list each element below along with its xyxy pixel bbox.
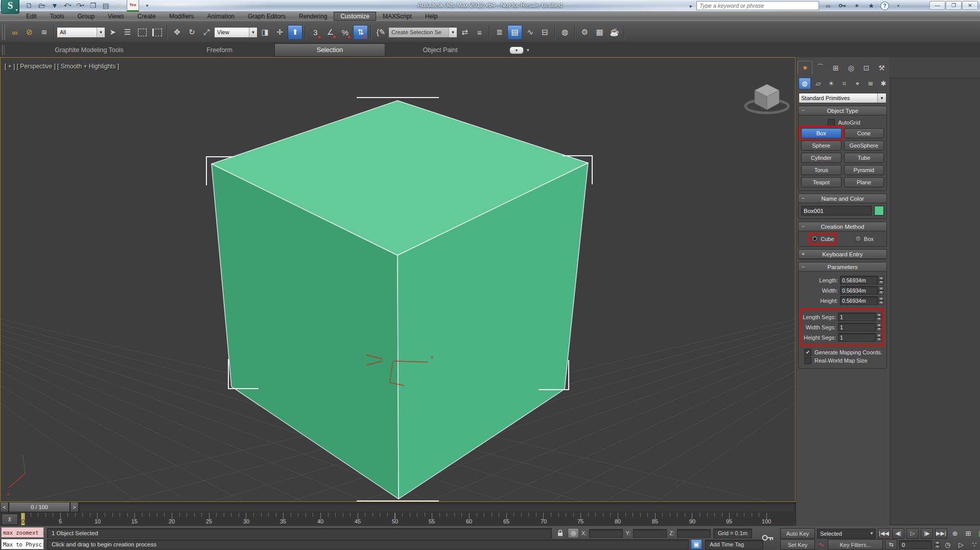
category-geometry-icon[interactable]: ◍ <box>799 78 811 89</box>
zoom-all-icon[interactable]: ⊞ <box>963 529 974 538</box>
tab-modify-icon[interactable]: ⌒ <box>813 61 828 75</box>
object-name-field[interactable]: Box001 <box>801 206 872 216</box>
spinner-down-icon[interactable]: ▼ <box>878 301 884 305</box>
ribbon-options-arrow-icon[interactable]: ▾ <box>527 47 529 53</box>
new-scene-icon[interactable]: 🗋 <box>25 1 34 10</box>
spinner-down-icon[interactable]: ▼ <box>878 291 884 295</box>
selection-filter-dropdown[interactable]: All ▼ <box>57 27 105 38</box>
spinner-up-icon[interactable]: ▲ <box>876 323 882 327</box>
select-and-link-icon[interactable]: ∞ <box>8 26 21 39</box>
menu-maxscript[interactable]: MAXScript <box>376 12 418 21</box>
maxscript-mini-listener[interactable]: max zoomext : Max to Physc: <box>1 527 44 550</box>
next-frame-button[interactable]: |▶ <box>921 528 933 539</box>
generate-mapping-checkbox[interactable]: ✔ <box>804 349 811 356</box>
z-coordinate-field[interactable] <box>677 529 711 538</box>
select-and-scale-icon[interactable]: ⤢ <box>200 26 214 39</box>
reference-coordinate-dropdown[interactable]: View ▼ <box>214 27 258 38</box>
menu-graph-editors[interactable]: Graph Editors <box>241 12 292 21</box>
select-by-name-icon[interactable]: ☰ <box>121 26 134 39</box>
render-setup-icon[interactable]: ⚙ <box>578 26 592 39</box>
spinner-down-icon[interactable]: ▼ <box>876 327 882 331</box>
real-world-checkbox[interactable] <box>804 357 811 364</box>
keyboard-shortcut-override-icon[interactable]: ⬆ <box>288 25 302 40</box>
time-configuration-icon[interactable]: ◷ <box>942 540 953 549</box>
rectangular-selection-region-icon[interactable] <box>135 26 149 39</box>
tab-selection[interactable]: Selection <box>274 43 385 57</box>
keyboard-entry-header[interactable]: + Keyboard Entry <box>799 250 886 259</box>
select-and-manipulate-icon[interactable]: ✛ <box>273 26 287 39</box>
window-crossing-icon[interactable] <box>150 26 164 39</box>
name-color-header[interactable]: − Name and Color <box>799 194 886 203</box>
help-icon[interactable]: ? <box>880 2 889 10</box>
clone-icon[interactable]: ❐ <box>88 1 98 10</box>
box-object[interactable] <box>212 101 588 499</box>
current-frame-field[interactable]: 0 <box>899 540 932 549</box>
previous-frame-arrow[interactable]: < <box>0 502 9 512</box>
menu-create[interactable]: Create <box>131 12 162 21</box>
menu-edit[interactable]: Edit <box>19 12 43 21</box>
next-frame-arrow[interactable]: > <box>70 502 79 512</box>
creation-method-header[interactable]: − Creation Method <box>799 222 886 231</box>
select-object-icon[interactable]: ➤ <box>106 26 120 39</box>
unlink-selection-icon[interactable]: ⊘ <box>22 26 36 39</box>
category-space-warps-icon[interactable]: ≋ <box>865 78 876 89</box>
spinner-up-icon[interactable]: ▲ <box>878 297 884 301</box>
frame-spinner[interactable]: ▲▼ <box>935 541 940 549</box>
isolate-selection-icon[interactable]: ▣ <box>691 539 702 549</box>
length-segs-spinner[interactable]: ▲▼ <box>876 313 882 321</box>
width-segs-field[interactable]: 1 <box>838 323 876 331</box>
zoom-icon[interactable]: ⊕ <box>949 529 961 538</box>
absolute-mode-icon[interactable]: ◎ <box>568 528 579 538</box>
favorites-star-icon[interactable]: ★ <box>866 1 876 10</box>
edit-named-selection-sets-icon[interactable]: {✎ <box>374 26 388 39</box>
render-production-icon[interactable]: ☕ <box>608 26 621 39</box>
x-coordinate-field[interactable] <box>589 529 623 538</box>
cube-radio[interactable]: Cube <box>811 235 834 242</box>
menu-group[interactable]: Group <box>71 12 101 21</box>
time-slider-track[interactable] <box>79 502 796 512</box>
object-type-header[interactable]: − Object Type <box>799 106 886 115</box>
height-segs-field[interactable]: 1 <box>838 333 876 342</box>
auto-key-button[interactable]: Auto Key <box>780 528 815 539</box>
box-button[interactable]: Box <box>801 128 842 138</box>
y-coordinate-field[interactable] <box>633 529 667 538</box>
communication-center-icon[interactable]: ✴ <box>852 1 862 10</box>
key-filters-button[interactable]: Key Filters... <box>828 539 883 550</box>
minimize-button[interactable]: — <box>929 1 945 10</box>
height-spinner[interactable]: ▲▼ <box>878 297 884 305</box>
time-slider-handle[interactable]: 0 / 100 <box>9 502 70 512</box>
go-to-start-button[interactable]: |◀◀ <box>878 528 890 539</box>
tube-button[interactable]: Tube <box>844 153 884 163</box>
sphere-button[interactable]: Sphere <box>801 140 842 151</box>
category-systems-icon[interactable]: ✱ <box>878 78 889 89</box>
autogrid-checkbox[interactable] <box>828 119 835 126</box>
tab-display-icon[interactable]: ⊡ <box>859 61 874 75</box>
torus-button[interactable]: Torus <box>801 165 842 175</box>
spinner-down-icon[interactable]: ▼ <box>878 280 884 284</box>
menu-modifiers[interactable]: Modifiers <box>162 12 201 21</box>
key-mode-dropdown[interactable]: Selected ▼ <box>817 529 876 539</box>
help-dropdown-arrow-icon[interactable]: ▾ <box>893 1 903 10</box>
tab-freeform[interactable]: Freeform <box>165 44 274 56</box>
spinner-up-icon[interactable]: ▲ <box>878 286 884 291</box>
listener-macro-line[interactable]: max zoomext : <box>1 527 44 538</box>
set-key-button[interactable]: Set Key <box>780 539 815 550</box>
default-tangents-icon[interactable]: ∿ <box>817 540 826 549</box>
spinner-up-icon[interactable]: ▲ <box>876 333 882 338</box>
tab-hierarchy-icon[interactable]: ⊞ <box>828 61 843 75</box>
spinner-up-icon[interactable]: ▲ <box>935 541 940 545</box>
qat-overflow-arrow-icon[interactable]: ▼ <box>143 1 152 10</box>
spinner-down-icon[interactable]: ▼ <box>876 338 882 342</box>
menu-tools[interactable]: Tools <box>43 12 71 21</box>
height-field[interactable]: 0.56934m <box>840 296 878 305</box>
snaps-toggle-3d-icon[interactable]: 3 <box>309 26 322 39</box>
mirror-icon[interactable]: ⇄ <box>458 26 472 39</box>
open-mini-curve-editor-button[interactable]: ⊼ <box>2 514 18 525</box>
perspective-viewport[interactable]: [ + ] [ Perspective ] [ Smooth + Highlig… <box>0 57 796 502</box>
open-file-icon[interactable]: 🗁 <box>37 1 46 10</box>
width-segs-spinner[interactable]: ▲▼ <box>876 323 882 331</box>
plane-button[interactable]: Plane <box>844 177 884 187</box>
menu-rendering[interactable]: Rendering <box>292 12 334 21</box>
named-selection-sets-dropdown[interactable]: Create Selection Se ▼ <box>388 27 457 38</box>
rendered-frame-window-icon[interactable]: ▦ <box>593 26 606 39</box>
